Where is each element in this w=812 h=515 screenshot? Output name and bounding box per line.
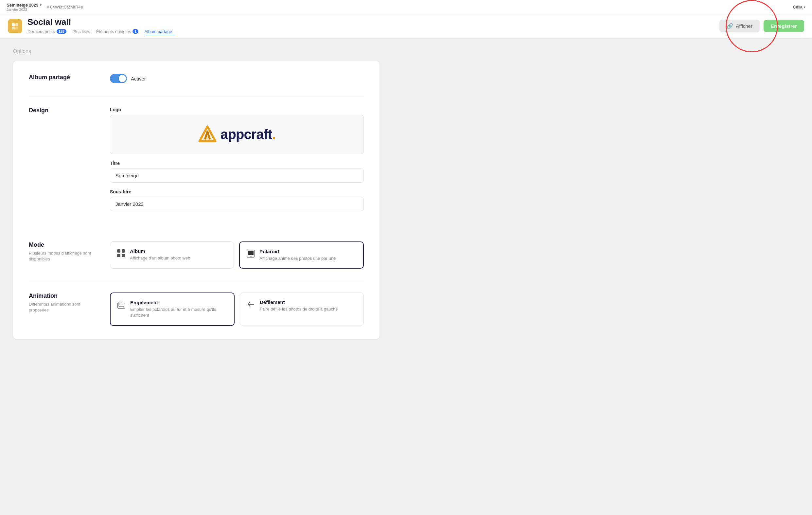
appcraft-logo: appcraft. <box>198 125 276 144</box>
svg-rect-9 <box>117 254 120 257</box>
divider-3 <box>29 282 364 282</box>
mode-cards: Album Affichage d'un album photo web <box>110 241 364 268</box>
toggle-row: Activer <box>110 74 364 83</box>
header: Social wall Derniers posts126Plus likésÉ… <box>0 15 812 38</box>
options-title: Options <box>13 49 379 54</box>
mode-album-desc: Affichage d'un album photo web <box>130 255 190 261</box>
mode-album-title: Album <box>130 248 190 254</box>
mode-section-label: Mode Plusieurs modes d'affichage sont di… <box>29 241 94 262</box>
logo-label: Logo <box>110 107 364 112</box>
anim-cards: Empilement Empiler les polaroids au fur … <box>110 292 364 325</box>
event-date: Janvier 2023 <box>6 7 41 11</box>
header-tab-0[interactable]: Derniers posts126 <box>27 28 70 35</box>
header-tab-3[interactable]: Album partagé <box>144 28 175 35</box>
main-content: Options Album partagé Activer <box>0 38 393 349</box>
appcraft-dot: . <box>272 126 276 142</box>
header-title-area: Social wall Derniers posts126Plus likésÉ… <box>27 17 178 35</box>
user-selector[interactable]: Célia ▾ <box>793 5 806 9</box>
album-section-content: Activer <box>110 74 364 83</box>
mode-polaroid-card[interactable]: Polaroid Affichage animé des photos une … <box>239 241 364 268</box>
app-icon <box>8 19 22 33</box>
album-toggle[interactable] <box>110 74 127 83</box>
mode-section-row: Mode Plusieurs modes d'affichage sont di… <box>29 241 364 268</box>
user-chevron: ▾ <box>804 5 806 9</box>
sous-titre-input[interactable] <box>110 197 364 211</box>
titre-label: Titre <box>110 161 364 166</box>
header-tabs: Derniers posts126Plus likésÉléments épin… <box>27 28 178 35</box>
mode-polaroid-desc: Affichage animé des photos une par une <box>259 256 336 261</box>
header-tab-1[interactable]: Plus likés <box>72 28 93 35</box>
anim-empilement-content: Empilement Empiler les polaroids au fur … <box>130 300 227 318</box>
polaroid-icon <box>246 249 255 260</box>
album-section-label: Album partagé <box>29 74 94 83</box>
afficher-button[interactable]: 🔗 Afficher <box>719 20 760 32</box>
album-grid-icon <box>117 249 125 259</box>
sous-titre-field-group: Sous-titre <box>110 189 364 211</box>
animation-section-content: Empilement Empiler les polaroids au fur … <box>110 292 364 325</box>
settings-card: Album partagé Activer Design <box>13 61 379 339</box>
header-tab-2[interactable]: Éléments épinglés1 <box>96 28 142 35</box>
anim-defilement-title: Défilement <box>260 299 338 305</box>
svg-rect-3 <box>12 27 15 29</box>
anim-defilement-desc: Faire défile les photos de droite à gauc… <box>260 306 338 312</box>
event-name: Sémineige 2023 ▾ <box>6 3 41 7</box>
design-section-label: Design <box>29 107 94 116</box>
toggle-label: Activer <box>131 76 146 82</box>
anim-empilement-desc: Empiler les polaroids au fur et à mesure… <box>130 307 227 318</box>
mode-album-card[interactable]: Album Affichage d'un album photo web <box>110 241 234 268</box>
appcraft-triangle-icon <box>198 125 216 144</box>
mode-section-desc: Plusieurs modes d'affichage sont disponi… <box>29 250 94 262</box>
tab-label-3: Album partagé <box>144 29 172 34</box>
appcraft-text: appcraft. <box>221 126 276 142</box>
design-section-content: Logo appcraft. <box>110 107 364 218</box>
tab-badge-0: 126 <box>57 29 66 34</box>
tab-label-1: Plus likés <box>72 29 90 34</box>
top-nav-left: Sémineige 2023 ▾ Janvier 2023 # 04W8ttCf… <box>6 3 83 11</box>
event-selector[interactable]: Sémineige 2023 ▾ Janvier 2023 <box>6 3 41 11</box>
anim-empilement-title: Empilement <box>130 300 227 305</box>
anim-defilement-card[interactable]: Défilement Faire défile les photos de dr… <box>240 292 364 325</box>
header-right: 🔗 Afficher Enregistrer <box>719 20 804 32</box>
header-left: Social wall Derniers posts126Plus likésÉ… <box>8 17 178 35</box>
animation-section-label: Animation Différentes animations sont pr… <box>29 292 94 313</box>
logo-field-group: Logo appcraft. <box>110 107 364 154</box>
empilement-icon <box>117 301 126 311</box>
titre-field-group: Titre <box>110 161 364 182</box>
defilement-icon <box>247 300 255 311</box>
toggle-thumb <box>119 75 126 82</box>
divider-2 <box>29 231 364 231</box>
animation-section-title: Animation <box>29 292 94 299</box>
anim-empilement-card[interactable]: Empilement Empiler les polaroids au fur … <box>110 292 235 325</box>
svg-rect-4 <box>16 27 18 29</box>
mode-polaroid-title: Polaroid <box>259 249 336 254</box>
logo-preview: appcraft. <box>110 115 364 154</box>
mode-album-content: Album Affichage d'un album photo web <box>130 248 190 261</box>
divider-1 <box>29 96 364 96</box>
svg-rect-7 <box>117 249 120 253</box>
design-section-title: Design <box>29 107 94 114</box>
titre-input[interactable] <box>110 169 364 182</box>
animation-section-desc: Différentes animations sont proposées <box>29 301 94 313</box>
toggle-track <box>110 74 127 83</box>
enregistrer-button[interactable]: Enregistrer <box>763 20 804 32</box>
svg-rect-8 <box>122 249 125 253</box>
event-chevron: ▾ <box>40 3 41 7</box>
svg-rect-2 <box>16 23 18 26</box>
mode-section-content: Album Affichage d'un album photo web <box>110 241 364 268</box>
mode-polaroid-content: Polaroid Affichage animé des photos une … <box>259 249 336 261</box>
sous-titre-label: Sous-titre <box>110 189 364 194</box>
album-section-row: Album partagé Activer <box>29 74 364 83</box>
svg-rect-12 <box>248 251 254 255</box>
anim-defilement-content: Défilement Faire défile les photos de dr… <box>260 299 338 312</box>
page-title: Social wall <box>27 17 178 27</box>
animation-section-row: Animation Différentes animations sont pr… <box>29 292 364 325</box>
tab-label-2: Éléments épinglés <box>96 29 131 34</box>
hash-id: # 04W8ttCfZMfR4e <box>47 5 83 9</box>
design-section-row: Design Logo <box>29 107 364 218</box>
tab-badge-2: 1 <box>133 29 138 34</box>
top-nav: Sémineige 2023 ▾ Janvier 2023 # 04W8ttCf… <box>0 0 812 15</box>
tab-label-0: Derniers posts <box>27 29 55 34</box>
svg-rect-10 <box>122 254 125 257</box>
album-section-title: Album partagé <box>29 74 94 81</box>
svg-rect-1 <box>12 23 15 26</box>
